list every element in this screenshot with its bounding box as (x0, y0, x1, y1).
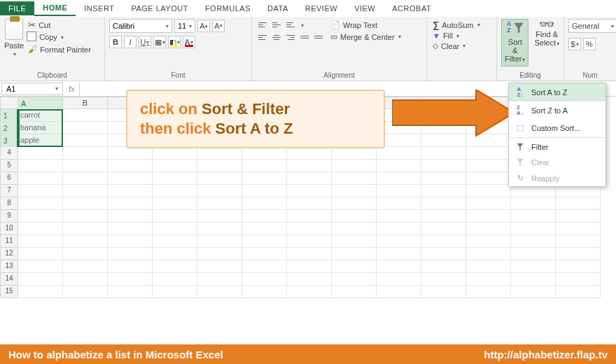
paste-button[interactable]: Paste ▾ (4, 19, 24, 57)
font-size-select[interactable]: 11▾ (174, 19, 195, 33)
cell-A1[interactable]: carrot (18, 109, 63, 122)
cell-I10[interactable] (377, 223, 421, 235)
cell-L9[interactable] (511, 210, 556, 223)
increase-indent-button[interactable] (312, 31, 325, 43)
orientation-button[interactable]: ▾ (298, 19, 311, 30)
cell-C7[interactable] (108, 185, 153, 197)
row-header-3[interactable]: 3 (0, 134, 18, 148)
row-header-6[interactable]: 6 (0, 172, 18, 185)
cell-D8[interactable] (153, 197, 197, 210)
cell-M9[interactable] (556, 210, 601, 223)
cell-E12[interactable] (197, 248, 242, 260)
select-all-corner[interactable] (0, 97, 18, 109)
cell-H7[interactable] (332, 185, 377, 197)
cell-J11[interactable] (421, 235, 466, 248)
cell-M10[interactable] (556, 223, 601, 235)
cell-C11[interactable] (108, 235, 153, 248)
format-painter-button[interactable]: 🖌Format Painter (27, 43, 92, 55)
cell-G12[interactable] (287, 248, 332, 260)
cell-D14[interactable] (153, 273, 197, 286)
cell-C15[interactable] (108, 286, 153, 298)
cell-J6[interactable] (421, 172, 466, 185)
cell-D13[interactable] (153, 260, 197, 273)
wrap-text-button[interactable]: 📄Wrap Text (328, 19, 404, 31)
cell-G14[interactable] (287, 273, 332, 286)
cell-F10[interactable] (242, 223, 287, 235)
tab-insert[interactable]: INSERT (76, 1, 122, 15)
cell-A11[interactable] (18, 235, 63, 248)
cell-A9[interactable] (18, 210, 63, 223)
align-right-button[interactable] (284, 31, 297, 43)
row-header-1[interactable]: 1 (0, 109, 18, 123)
row-header-7[interactable]: 7 (0, 185, 18, 197)
sort-filter-button[interactable]: AZ Sort &Filter▾ (501, 19, 528, 66)
cell-K9[interactable] (466, 210, 511, 223)
cell-F8[interactable] (242, 197, 287, 210)
cell-L8[interactable] (511, 197, 556, 210)
cell-K6[interactable] (466, 172, 511, 185)
shrink-font-button[interactable]: A▾ (212, 20, 225, 32)
cell-J14[interactable] (421, 273, 466, 286)
align-left-button[interactable] (256, 31, 269, 43)
cell-K15[interactable] (466, 286, 511, 298)
cell-H12[interactable] (332, 248, 377, 260)
cell-I12[interactable] (377, 248, 421, 260)
cell-B5[interactable] (63, 160, 108, 172)
row-header-2[interactable]: 2 (0, 122, 18, 136)
cell-F6[interactable] (242, 172, 287, 185)
cell-K11[interactable] (466, 235, 511, 248)
cell-B15[interactable] (63, 286, 108, 298)
cell-D7[interactable] (153, 185, 197, 197)
cell-J7[interactable] (421, 185, 466, 197)
cell-G13[interactable] (287, 260, 332, 273)
cell-G6[interactable] (287, 172, 332, 185)
cell-K7[interactable] (466, 185, 511, 197)
fx-icon[interactable]: fx (64, 85, 79, 93)
cell-C12[interactable] (108, 248, 153, 260)
fill-button[interactable]: ▼Fill▾ (431, 31, 482, 41)
cell-A2[interactable]: banana (18, 122, 63, 134)
number-format-select[interactable]: General▾ (568, 19, 616, 33)
cell-K14[interactable] (466, 273, 511, 286)
cell-F12[interactable] (242, 248, 287, 260)
align-top-button[interactable] (256, 19, 269, 30)
cell-A10[interactable] (18, 223, 63, 235)
cell-E14[interactable] (197, 273, 242, 286)
cell-A7[interactable] (18, 185, 63, 197)
cell-J5[interactable] (421, 160, 466, 172)
cell-E15[interactable] (197, 286, 242, 298)
cell-C5[interactable] (108, 160, 153, 172)
row-header-9[interactable]: 9 (0, 210, 18, 223)
menu-sort-a-to-z[interactable]: AZ↓Sort A to Z (509, 83, 606, 102)
cell-L15[interactable] (511, 286, 556, 298)
cell-G4[interactable] (287, 147, 332, 160)
cell-F11[interactable] (242, 235, 287, 248)
cell-I11[interactable] (377, 235, 421, 248)
cell-G9[interactable] (287, 210, 332, 223)
cell-B3[interactable] (63, 134, 108, 147)
name-box[interactable]: A1▾ (1, 83, 63, 95)
cell-C8[interactable] (108, 197, 153, 210)
tab-acrobat[interactable]: ACROBAT (384, 1, 440, 15)
autosum-button[interactable]: ∑AutoSum▾ (431, 19, 482, 31)
cell-H4[interactable] (332, 147, 377, 160)
cell-J4[interactable] (421, 147, 466, 160)
cell-B6[interactable] (63, 172, 108, 185)
menu-filter[interactable]: Filter (509, 139, 606, 155)
cell-F4[interactable] (242, 147, 287, 160)
cell-B12[interactable] (63, 248, 108, 260)
percent-format-button[interactable]: % (583, 38, 596, 50)
cell-A14[interactable] (18, 273, 63, 286)
align-middle-button[interactable] (270, 19, 283, 30)
cell-B14[interactable] (63, 273, 108, 286)
border-button[interactable]: ▦▾ (153, 36, 166, 48)
cell-E6[interactable] (197, 172, 242, 185)
cell-B9[interactable] (63, 210, 108, 223)
cell-D12[interactable] (153, 248, 197, 260)
font-name-select[interactable]: Calibri▾ (109, 19, 172, 33)
cell-G11[interactable] (287, 235, 332, 248)
fill-color-button[interactable]: ◧▾ (168, 36, 181, 48)
tab-page-layout[interactable]: PAGE LAYOUT (122, 1, 197, 15)
cell-J9[interactable] (421, 210, 466, 223)
col-header-B[interactable]: B (63, 97, 108, 109)
